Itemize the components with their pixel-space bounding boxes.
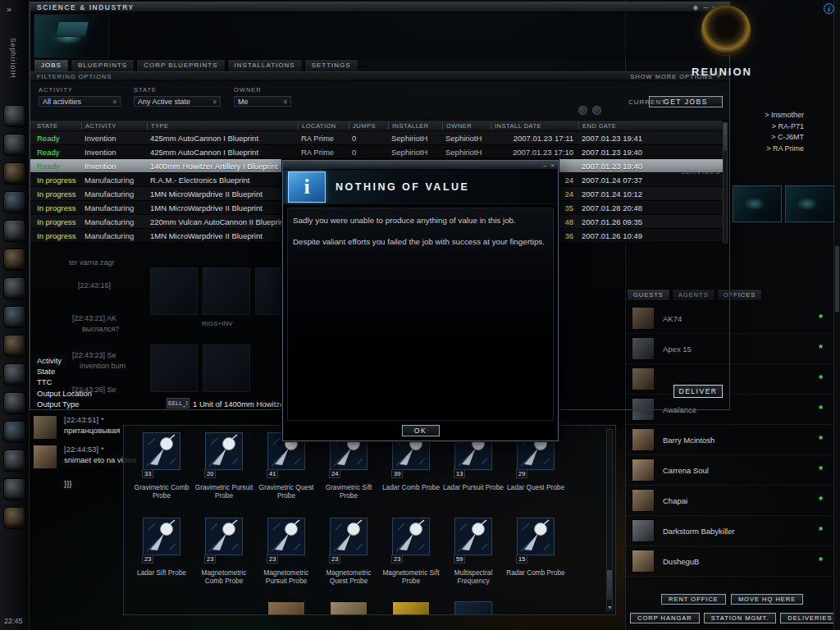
filter-dropdown[interactable]: Me » (234, 96, 291, 107)
station-footer-button[interactable]: RENT OFFICE (661, 594, 726, 605)
job-type: 1MN MicroWarpdrive II Blueprint (147, 189, 298, 199)
neocom-icon[interactable] (3, 507, 25, 529)
inventory-item[interactable]: 13 Ladar Pursuit Probe (442, 431, 504, 516)
window-titlebar[interactable]: SCIENCE & INDUSTRY ◈–▫× (30, 2, 729, 12)
column-header[interactable]: JUMPS (349, 122, 388, 130)
chat-avatar[interactable] (33, 415, 57, 440)
neocom-icon[interactable] (3, 363, 25, 386)
filter-dropdown[interactable]: All activities » (39, 96, 121, 107)
guest-row[interactable]: Carrena Soul * (626, 455, 831, 486)
output-item-icon[interactable]: SELL_I (167, 398, 189, 409)
dialog-titlebar[interactable]: –× (283, 161, 558, 170)
window-control-icon[interactable]: ◈ (693, 3, 699, 11)
window-tab[interactable]: SETTINGS (304, 59, 358, 72)
neocom-icon[interactable] (3, 421, 25, 443)
inventory-item[interactable]: 15 Radar Comb Probe (504, 516, 567, 601)
job-activity: Invention (81, 134, 147, 143)
column-header[interactable]: INSTALL DATE (491, 122, 578, 130)
job-row[interactable]: Ready Invention 425mm AutoCannon I Bluep… (30, 131, 723, 145)
job-end-date: 2007.01.23 19:41 (578, 134, 675, 143)
inventory-item[interactable]: 23 Ladar Sift Probe (130, 516, 193, 601)
inventory-item[interactable]: 20 Gravimetric Pursuit Probe (193, 431, 255, 516)
column-header[interactable]: STATE (30, 122, 81, 130)
inventory-item[interactable]: 23 Magnetometric Comb Probe (193, 516, 255, 601)
neocom-icon[interactable] (3, 134, 25, 156)
job-activity: Manufacturing (81, 176, 147, 185)
job-end-date: 2007.01.23 19:40 (578, 162, 675, 171)
job-activity: Invention (81, 162, 147, 171)
inventory-item[interactable]: 33 Gravimetric Comb Probe (130, 431, 193, 516)
neocom-icon[interactable] (3, 392, 25, 414)
neocom-icon[interactable] (3, 191, 25, 213)
inventory-partial-tile[interactable] (454, 601, 492, 615)
neocom-icon[interactable] (3, 306, 25, 328)
inventory-item[interactable]: 23 Magnetometric Pursuit Probe (255, 516, 317, 601)
window-tab[interactable]: BLUEPRINTS (71, 59, 135, 72)
neocom-icon[interactable] (3, 335, 25, 357)
column-header[interactable]: END DATE (578, 122, 675, 130)
ok-button[interactable]: OK (402, 425, 440, 436)
neocom-icon[interactable] (3, 450, 25, 472)
help-info-icon[interactable]: i (824, 3, 834, 14)
neocom-icon[interactable] (3, 162, 25, 185)
column-header[interactable]: INSTALLER (388, 122, 442, 130)
window-control-icon[interactable]: – (704, 3, 708, 11)
job-row[interactable]: Ready Invention 425mm AutoCannon I Bluep… (30, 145, 723, 159)
station-render-thumbnail[interactable] (733, 185, 782, 222)
inventory-item[interactable]: 24 Gravimetric Sift Probe (317, 431, 380, 516)
jobs-next-icon[interactable] (592, 106, 601, 115)
item-name: Ladar Quest Probe (505, 483, 566, 491)
probe-icon (143, 432, 180, 470)
station-scrollbar[interactable] (833, 0, 840, 630)
window-tab[interactable]: CORP BLUEPRINTS (136, 59, 225, 72)
inventory-item[interactable]: 23 Magnetometric Sift Probe (380, 516, 442, 601)
station-render-thumbnail[interactable] (785, 185, 834, 222)
inventory-partial-tile[interactable] (392, 601, 430, 615)
jobs-prev-icon[interactable] (578, 106, 587, 115)
standing-star-icon: * (819, 525, 823, 536)
station-footer-button[interactable]: DELIVERIES (780, 613, 839, 623)
window-tab[interactable]: INSTALLATIONS (227, 59, 303, 72)
neocom-icon[interactable] (3, 105, 25, 127)
window-tab[interactable]: JOBS (34, 59, 69, 72)
guest-row[interactable]: DusheguB * (626, 546, 831, 577)
station-footer-button[interactable]: MOVE HQ HERE (731, 594, 803, 605)
guest-row[interactable]: Darkstorm Babykiller * (626, 516, 831, 546)
job-location: RA Prime (298, 148, 349, 157)
job-type: 1MN MicroWarpdrive II Blueprint (147, 203, 298, 212)
column-header[interactable]: LOCATION (298, 122, 349, 130)
dialog-control-icon[interactable]: – (543, 162, 546, 169)
jobs-table-header[interactable]: STATEACTIVITYTYPELOCATIONJUMPSINSTALLERO… (30, 121, 723, 131)
inventory-partial-tile[interactable] (330, 601, 368, 615)
scroll-down-icon[interactable]: ▼ (607, 605, 613, 610)
dialog-control-icon[interactable]: × (550, 162, 555, 169)
inventory-item[interactable]: 39 Ladar Comb Probe (380, 431, 442, 516)
column-header[interactable]: OWNER (442, 122, 491, 130)
station-footer-button[interactable]: STATION MGMT. (704, 613, 777, 623)
inventory-item[interactable]: 41 Gravimetric Quest Probe (255, 431, 317, 516)
column-header[interactable]: TYPE (147, 122, 298, 130)
filter-value: Any Active state (138, 98, 190, 106)
probe-icon (267, 518, 305, 555)
neocom-icon[interactable] (3, 277, 25, 299)
column-header[interactable]: ACTIVITY (81, 122, 147, 130)
chat-avatar[interactable] (33, 445, 57, 469)
item-quantity-badge: 24 (329, 469, 340, 478)
inventory-item[interactable]: 23 Magnetometric Quest Probe (317, 516, 380, 601)
item-quantity-badge: 23 (142, 555, 153, 564)
guest-row[interactable]: Barry Mcintosh * (626, 425, 831, 455)
inventory-item[interactable]: 29 Ladar Quest Probe (504, 431, 567, 516)
scrollbar-handle[interactable] (607, 570, 612, 600)
inventory-scrollbar[interactable]: ▼ (606, 429, 613, 611)
chat-text: }}} (64, 479, 72, 488)
deliver-button[interactable]: DELIVER (673, 385, 723, 398)
expand-icon[interactable]: » (7, 4, 11, 14)
inventory-item[interactable]: 59 Multispectral Frequency (442, 516, 504, 601)
guest-row[interactable]: Chapai * (626, 486, 831, 516)
neocom-icon[interactable] (3, 478, 25, 500)
station-footer-row2: CORP HANGARSTATION MGMT.DELIVERIES (630, 613, 840, 623)
station-footer-button[interactable]: CORP HANGAR (630, 613, 700, 623)
neocom-icon[interactable] (3, 220, 25, 242)
neocom-icon[interactable] (3, 249, 25, 271)
filter-dropdown[interactable]: Any Active state » (134, 96, 221, 107)
